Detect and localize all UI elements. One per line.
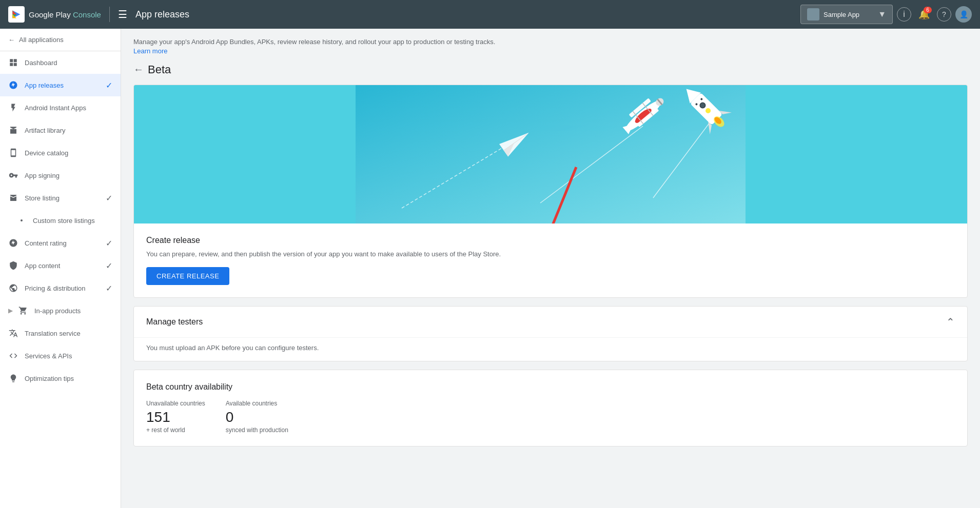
back-arrow-icon: ←	[8, 36, 15, 44]
sidebar-label-custom-store: Custom store listings	[33, 217, 95, 225]
available-sublabel: synced with production	[226, 426, 288, 434]
translate-icon	[8, 328, 18, 338]
sidebar-label-artifact-library: Artifact library	[25, 127, 65, 134]
unavailable-countries: Unavailable countries 151 + rest of worl…	[146, 400, 205, 434]
manage-testers-description: You must upload an APK before you can co…	[146, 338, 955, 352]
sidebar-item-services[interactable]: Services & APIs	[0, 344, 121, 367]
app-name: Sample App	[824, 11, 874, 18]
sidebar-item-device-catalog[interactable]: Device catalog	[0, 141, 121, 164]
sidebar-label-content-rating: Content rating	[25, 239, 67, 247]
play-icon	[8, 6, 25, 23]
svg-point-4	[21, 219, 23, 221]
content-header: Manage your app's Android App Bundles, A…	[121, 29, 980, 59]
help-button[interactable]: ?	[937, 7, 951, 22]
sidebar-item-custom-store[interactable]: Custom store listings	[0, 209, 121, 232]
app-thumbnail	[807, 8, 819, 21]
logo: Google Play Console	[8, 6, 101, 23]
availability-grid: Unavailable countries 151 + rest of worl…	[146, 400, 955, 434]
store-icon	[8, 193, 18, 203]
planes-illustration	[134, 85, 967, 223]
bulb-icon	[8, 373, 18, 383]
sidebar: ← All applications Dashboard App release…	[0, 29, 121, 508]
svg-rect-0	[10, 59, 13, 62]
manage-testers-header[interactable]: Manage testers ⌃	[134, 307, 967, 337]
hamburger-menu[interactable]: ☰	[118, 8, 127, 21]
dashboard-icon	[8, 57, 18, 68]
sidebar-item-in-app-products[interactable]: ▶ In-app products	[0, 299, 121, 322]
back-label: All applications	[19, 36, 64, 44]
globe-icon	[8, 283, 18, 293]
sidebar-item-artifact-library[interactable]: Artifact library	[0, 119, 121, 141]
topbar-right: Sample App ▼ i 🔔 6 ? 👤	[800, 5, 972, 24]
svg-rect-6	[356, 85, 746, 223]
beta-availability-section: Beta country availability Unavailable co…	[133, 370, 968, 446]
topbar-divider	[109, 7, 110, 22]
sidebar-item-store-listing[interactable]: Store listing ✓	[0, 187, 121, 209]
sidebar-item-app-releases[interactable]: App releases ✓	[0, 74, 121, 96]
page-heading: ← Beta	[121, 59, 980, 85]
avatar-icon: 👤	[959, 10, 968, 18]
sidebar-label-services: Services & APIs	[25, 352, 72, 360]
sidebar-label-optimization: Optimization tips	[25, 375, 74, 382]
sidebar-label-translation: Translation service	[25, 330, 81, 337]
beta-availability-title: Beta country availability	[146, 382, 955, 392]
content-description: Manage your app's Android App Bundles, A…	[133, 37, 968, 47]
hero-image	[134, 85, 967, 223]
unavailable-count: 151	[146, 409, 205, 425]
cart-icon	[18, 306, 28, 316]
sidebar-label-in-app-products: In-app products	[34, 307, 81, 315]
info-icon: i	[903, 10, 905, 19]
sidebar-item-content-rating[interactable]: Content rating ✓	[0, 232, 121, 254]
sidebar-back[interactable]: ← All applications	[0, 29, 121, 51]
star-icon	[8, 238, 18, 248]
sidebar-item-app-content[interactable]: App content ✓	[0, 254, 121, 277]
svg-rect-1	[14, 59, 17, 62]
back-arrow-button[interactable]: ←	[133, 64, 144, 75]
store-checkmark-icon: ✓	[106, 193, 112, 203]
page-title: Beta	[148, 63, 171, 76]
collapse-icon: ⌃	[946, 316, 955, 328]
custom-store-icon	[16, 215, 27, 226]
sidebar-label-android-instant: Android Instant Apps	[25, 104, 86, 112]
sidebar-label-app-content: App content	[25, 262, 60, 270]
sidebar-label-store-listing: Store listing	[25, 194, 60, 202]
sidebar-item-translation[interactable]: Translation service	[0, 322, 121, 344]
create-release-title: Create release	[146, 236, 955, 245]
create-release-button[interactable]: CREATE RELEASE	[146, 267, 229, 285]
sidebar-label-app-releases: App releases	[25, 82, 64, 89]
sidebar-label-pricing: Pricing & distribution	[25, 285, 86, 292]
content-checkmark-icon: ✓	[106, 238, 112, 248]
sidebar-label-device-catalog: Device catalog	[25, 149, 68, 157]
learn-more-link[interactable]: Learn more	[133, 47, 167, 55]
main-layout: ← All applications Dashboard App release…	[0, 29, 980, 508]
app-selector[interactable]: Sample App ▼	[800, 5, 893, 24]
phone-icon	[8, 148, 18, 158]
brand-name: Google Play Console	[29, 10, 101, 19]
help-icon: ?	[942, 10, 946, 18]
available-label: Available countries	[226, 400, 288, 407]
pricing-checkmark-icon: ✓	[106, 283, 112, 293]
topbar: Google Play Console ☰ App releases Sampl…	[0, 0, 980, 29]
unavailable-sublabel: + rest of world	[146, 426, 205, 434]
app-content-checkmark-icon: ✓	[106, 261, 112, 271]
archive-icon	[8, 125, 18, 135]
key-icon	[8, 170, 18, 180]
hero-card: Create release You can prepare, review, …	[133, 85, 968, 298]
user-avatar[interactable]: 👤	[955, 6, 972, 23]
sidebar-label-app-signing: App signing	[25, 172, 60, 179]
manage-testers-section: Manage testers ⌃ You must upload an APK …	[133, 306, 968, 361]
sidebar-item-app-signing[interactable]: App signing	[0, 164, 121, 187]
info-button[interactable]: i	[897, 7, 911, 22]
sidebar-item-optimization[interactable]: Optimization tips	[0, 367, 121, 390]
rocket-icon	[8, 80, 18, 90]
expand-arrow-icon: ▶	[8, 307, 13, 314]
checkmark-icon: ✓	[106, 80, 112, 90]
sidebar-item-android-instant[interactable]: Android Instant Apps	[0, 96, 121, 119]
create-release-section: Create release You can prepare, review, …	[134, 223, 967, 298]
sidebar-item-pricing[interactable]: Pricing & distribution ✓	[0, 277, 121, 299]
api-icon	[8, 351, 18, 361]
available-count: 0	[226, 409, 288, 425]
sidebar-item-dashboard[interactable]: Dashboard	[0, 51, 121, 74]
notifications-button[interactable]: 🔔 6	[915, 6, 933, 23]
create-release-description: You can prepare, review, and then publis…	[146, 249, 955, 259]
